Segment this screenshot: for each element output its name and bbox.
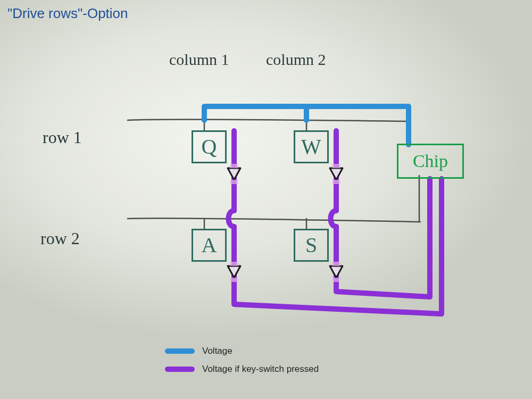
- key-q-label: Q: [193, 132, 225, 162]
- chip: Chip: [397, 144, 464, 179]
- key-a-label: A: [193, 230, 225, 260]
- legend-voltage-pressed: Voltage if key-switch pressed: [165, 364, 319, 375]
- legend-swatch-voltage-pressed: [165, 367, 195, 372]
- label-column-1: column 1: [169, 51, 229, 69]
- label-column-2: column 2: [266, 51, 326, 69]
- label-row-2: row 2: [40, 229, 80, 248]
- key-w: W: [294, 130, 329, 163]
- key-w-label: W: [295, 132, 327, 162]
- diagram-title: "Drive rows"-Option: [7, 5, 128, 22]
- key-a: A: [192, 229, 227, 262]
- key-q: Q: [192, 130, 227, 163]
- key-s: S: [294, 229, 329, 262]
- key-s-label: S: [295, 230, 327, 260]
- legend: Voltage Voltage if key-switch pressed: [165, 346, 319, 382]
- chip-label: Chip: [398, 145, 462, 177]
- legend-swatch-voltage: [165, 348, 195, 354]
- label-row-1: row 1: [43, 128, 82, 147]
- legend-label-voltage: Voltage: [202, 346, 232, 356]
- legend-voltage: Voltage: [165, 346, 319, 356]
- legend-label-voltage-pressed: Voltage if key-switch pressed: [202, 364, 319, 375]
